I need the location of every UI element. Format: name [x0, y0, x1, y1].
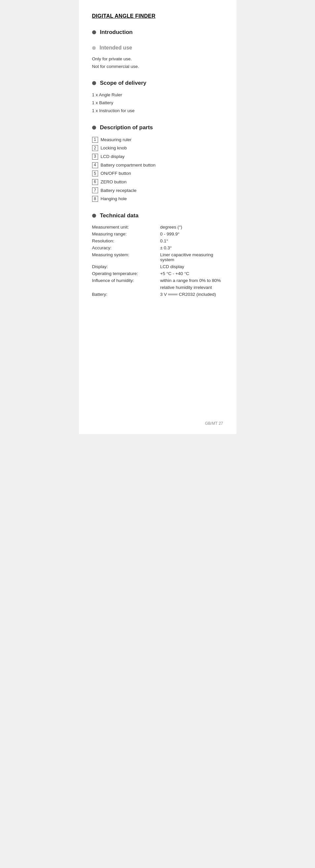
scope-of-delivery-header: Scope of delivery [92, 80, 223, 86]
tech-label-9: Battery: [92, 291, 160, 298]
part-8: 8 Hanging hole [92, 194, 223, 203]
part-label-1: Measuring ruler [101, 135, 132, 144]
part-label-7: Battery receptacle [101, 186, 137, 195]
description-of-parts-header: Description of parts [92, 124, 223, 131]
tech-label-2: Resolution: [92, 238, 160, 244]
intended-use-line-2: Not for commercial use. [92, 63, 223, 70]
description-of-parts-section: Description of parts 1 Measuring ruler 2… [92, 124, 223, 203]
footer: GB/MT 27 [205, 421, 223, 426]
tech-value-7: within a range from 0% to 80% [160, 277, 223, 284]
technical-data-table: Measurement unit: degrees (°) Measuring … [92, 224, 223, 298]
intended-use-header: Intended use [92, 45, 223, 51]
tech-value-5: LCD display [160, 263, 223, 270]
part-number-3: 3 [92, 154, 98, 160]
table-row: Measuring range: 0 - 999.9° [92, 230, 223, 238]
table-row: Display: LCD display [92, 263, 223, 270]
introduction-bullet [92, 30, 96, 34]
intended-use-title: Intended use [100, 45, 133, 51]
part-number-5: 5 [92, 170, 98, 177]
main-title: DIGITAL ANGLE FINDER [92, 13, 223, 19]
part-number-6: 6 [92, 179, 98, 185]
part-number-8: 8 [92, 196, 98, 202]
tech-label-6: Operating temperature: [92, 270, 160, 277]
description-of-parts-title: Description of parts [100, 124, 153, 131]
part-6: 6 ZERO button [92, 178, 223, 186]
table-row: Battery: 3 V ═══ CR2032 (included) [92, 291, 223, 298]
part-number-4: 4 [92, 162, 98, 168]
tech-label-3: Accuracy: [92, 244, 160, 251]
scope-of-delivery-title: Scope of delivery [100, 80, 147, 86]
part-label-8: Hanging hole [101, 194, 127, 203]
technical-data-title: Technical data [100, 212, 139, 219]
part-label-2: Locking knob [101, 144, 127, 152]
part-label-4: Battery compartment button [101, 161, 156, 169]
introduction-section: Introduction [92, 29, 223, 36]
introduction-header: Introduction [92, 29, 223, 36]
technical-bullet [92, 214, 96, 218]
table-row: Influence of humidity: within a range fr… [92, 277, 223, 284]
part-4: 4 Battery compartment button [92, 161, 223, 169]
tech-label-4: Measuring system: [92, 251, 160, 263]
tech-value-1: 0 - 999.9° [160, 230, 223, 238]
part-label-3: LCD display [101, 152, 125, 161]
technical-data-section: Technical data Measurement unit: degrees… [92, 212, 223, 298]
introduction-title: Introduction [100, 29, 133, 36]
tech-label-8 [92, 284, 160, 291]
table-row: Accuracy: ± 0.3° [92, 244, 223, 251]
intended-use-bullet [92, 46, 96, 50]
tech-label-7: Influence of humidity: [92, 277, 160, 284]
parts-list: 1 Measuring ruler 2 Locking knob 3 LCD d… [92, 135, 223, 203]
tech-value-6: +5 °C - +40 °C [160, 270, 223, 277]
delivery-item-3: 1 x Instruction for use [92, 107, 223, 115]
tech-value-0: degrees (°) [160, 224, 223, 230]
delivery-list: 1 x Angle Ruler 1 x Battery 1 x Instruct… [92, 91, 223, 115]
delivery-item-2: 1 x Battery [92, 99, 223, 107]
scope-bullet [92, 81, 96, 85]
scope-of-delivery-section: Scope of delivery 1 x Angle Ruler 1 x Ba… [92, 80, 223, 115]
part-1: 1 Measuring ruler [92, 135, 223, 144]
intended-use-body: Only for private use. Not for commercial… [92, 55, 223, 70]
part-label-5: ON/OFF button [101, 169, 131, 178]
tech-value-2: 0.1° [160, 238, 223, 244]
part-number-1: 1 [92, 137, 98, 143]
table-row: Resolution: 0.1° [92, 238, 223, 244]
part-number-7: 7 [92, 187, 98, 193]
tech-value-4: Liner capacitive measuring system [160, 251, 223, 263]
tech-label-0: Measurement unit: [92, 224, 160, 230]
delivery-item-1: 1 x Angle Ruler [92, 91, 223, 99]
part-label-6: ZERO button [101, 178, 127, 186]
table-row: relative humidity irrelevant [92, 284, 223, 291]
part-5: 5 ON/OFF button [92, 169, 223, 178]
page: DIGITAL ANGLE FINDER Introduction Intend… [79, 0, 236, 434]
intended-use-section: Intended use Only for private use. Not f… [92, 45, 223, 70]
tech-label-5: Display: [92, 263, 160, 270]
parts-bullet [92, 126, 96, 130]
table-row: Measurement unit: degrees (°) [92, 224, 223, 230]
tech-value-3: ± 0.3° [160, 244, 223, 251]
tech-value-9: 3 V ═══ CR2032 (included) [160, 291, 223, 298]
part-number-2: 2 [92, 145, 98, 151]
part-3: 3 LCD display [92, 152, 223, 161]
tech-label-1: Measuring range: [92, 230, 160, 238]
intended-use-line-1: Only for private use. [92, 55, 223, 63]
part-7: 7 Battery receptacle [92, 186, 223, 195]
technical-data-header: Technical data [92, 212, 223, 219]
tech-value-8: relative humidity irrelevant [160, 284, 223, 291]
table-row: Measuring system: Liner capacitive measu… [92, 251, 223, 263]
part-2: 2 Locking knob [92, 144, 223, 152]
table-row: Operating temperature: +5 °C - +40 °C [92, 270, 223, 277]
